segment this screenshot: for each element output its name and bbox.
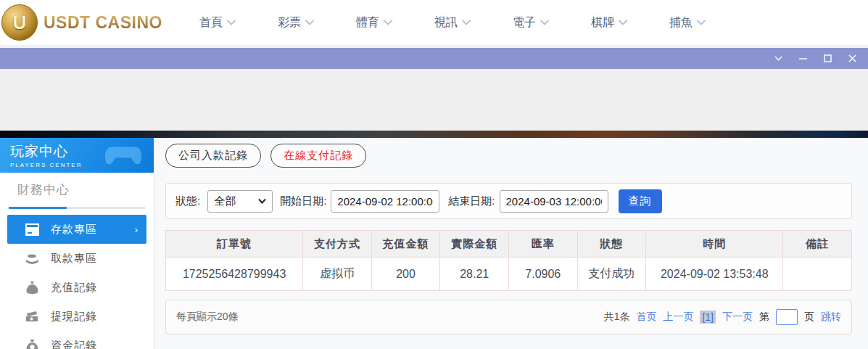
nav-item-label: 棋牌 <box>591 15 614 30</box>
filter-bar: 狀態: 全部 開始日期: 結束日期: 查詢 <box>165 183 852 219</box>
tab-online-payment-records[interactable]: 在線支付記錄 <box>270 144 366 168</box>
main-nav: 首頁 彩票 體育 視訊 電子 棋牌 捕魚 <box>199 15 706 30</box>
status-select[interactable]: 全部 <box>207 190 273 213</box>
nav-item-cards[interactable]: 棋牌 <box>591 15 627 30</box>
end-date-input[interactable] <box>500 190 608 213</box>
sidebar-item-withdraw-zone[interactable]: 取款專區 <box>0 244 154 273</box>
start-date-label: 開始日期: <box>280 194 326 208</box>
current-page-indicator: [1] <box>700 311 716 324</box>
end-date-label: 結束日期: <box>448 194 495 208</box>
banner-placeholder <box>0 69 868 131</box>
col-status: 狀態 <box>577 231 646 258</box>
nav-item-home[interactable]: 首頁 <box>199 15 236 30</box>
col-remark: 備註 <box>783 231 852 258</box>
search-button[interactable]: 查詢 <box>619 189 662 213</box>
sidebar-header: 玩家中心 PLAYERS CENTER <box>0 138 154 173</box>
sidebar-item-label: 存款專區 <box>51 223 97 237</box>
chevron-down-icon <box>227 20 236 25</box>
col-recharge-amount: 充值金額 <box>371 231 440 258</box>
cell-order-number: 1725256428799943 <box>166 258 303 291</box>
jump-button[interactable]: 跳转 <box>821 311 841 324</box>
cell-status: 支付成功 <box>577 258 646 291</box>
top-navigation-bar: U USDT CASINO 首頁 彩票 體育 視訊 電子 棋牌 捕魚 <box>0 0 868 45</box>
nav-item-label: 捕魚 <box>669 15 693 30</box>
jump-prefix-text: 第 <box>759 311 769 324</box>
cell-payment-method: 虚拟币 <box>303 258 372 291</box>
cell-time: 2024-09-02 13:53:48 <box>646 258 783 291</box>
nav-item-label: 電子 <box>513 15 536 30</box>
minimize-icon[interactable] <box>797 53 809 65</box>
cell-recharge-amount: 200 <box>371 258 440 291</box>
chevron-down-icon <box>697 20 706 25</box>
cell-actual-amount: 28.21 <box>440 258 509 291</box>
sidebar-item-label: 資金記錄 <box>51 339 97 349</box>
brand-logo[interactable]: U USDT CASINO <box>7 4 163 41</box>
page-size-text: 每頁顯示20條 <box>176 311 239 324</box>
nav-item-label: 彩票 <box>278 15 301 30</box>
chevron-down-icon <box>462 20 471 25</box>
nav-item-fishing[interactable]: 捕魚 <box>669 15 706 30</box>
brand-logo-icon: U <box>1 4 38 41</box>
status-label: 狀態: <box>175 194 200 208</box>
sidebar-item-label: 充值記錄 <box>51 281 97 295</box>
total-count-text: 共1条 <box>604 311 630 324</box>
col-order-number: 訂單號 <box>166 231 303 258</box>
svg-text:¥: ¥ <box>30 286 34 292</box>
chevron-down-icon <box>305 20 314 25</box>
nav-item-label: 視訊 <box>434 15 458 30</box>
sidebar: 玩家中心 PLAYERS CENTER 財務中心 存款專區 › <box>0 138 154 349</box>
sidebar-section-finance: 財務中心 <box>0 173 154 209</box>
col-exchange-rate: 匯率 <box>508 231 577 258</box>
page-number-input[interactable] <box>776 309 798 325</box>
chevron-down-icon <box>258 198 266 204</box>
nav-item-label: 首頁 <box>199 15 223 30</box>
status-select-value: 全部 <box>214 194 236 208</box>
maximize-icon[interactable] <box>822 53 833 65</box>
banner-strip <box>0 131 868 138</box>
chevron-down-icon <box>619 20 627 25</box>
cell-exchange-rate: 7.0906 <box>508 258 577 291</box>
next-page-link[interactable]: 下一页 <box>722 311 753 324</box>
gamepad-icon <box>103 141 144 168</box>
sidebar-item-funds-records[interactable]: 資金記錄 <box>0 331 154 349</box>
banknotes-icon <box>25 311 39 323</box>
window-title-bar <box>0 48 868 69</box>
close-icon[interactable] <box>846 53 858 65</box>
table-row: 1725256428799943 虚拟币 200 28.21 7.0906 支付… <box>166 258 852 291</box>
section-underline <box>9 207 145 209</box>
record-tabs: 公司入款記錄 在線支付記錄 <box>165 144 852 168</box>
logo-letter: U <box>13 12 27 34</box>
main-panel: 公司入款記錄 在線支付記錄 狀態: 全部 開始日期: 結束日期: 查詢 訂單號 … <box>154 138 868 349</box>
brand-name: USDT CASINO <box>44 13 162 33</box>
prev-page-link[interactable]: 上一页 <box>663 311 693 324</box>
sidebar-item-deposit-zone[interactable]: 存款專區 › <box>7 215 146 244</box>
cell-remark <box>783 258 852 291</box>
chevron-down-icon <box>540 20 549 25</box>
sidebar-item-label: 提現記錄 <box>51 310 97 324</box>
money-bag-icon: ¥ <box>25 282 39 294</box>
start-date-input[interactable] <box>331 190 439 213</box>
nav-item-lottery[interactable]: 彩票 <box>278 15 314 30</box>
table-header-row: 訂單號 支付方式 充值金額 實際金額 匯率 狀態 時間 備註 <box>166 231 852 258</box>
nav-item-live[interactable]: 視訊 <box>434 15 471 30</box>
hand-money-icon <box>25 252 39 265</box>
col-time: 時間 <box>646 231 783 258</box>
pager: 共1条 首页 上一页 [1] 下一页 第 页 跳转 <box>604 309 841 325</box>
chevron-down-icon <box>384 20 392 25</box>
chevron-down-icon[interactable] <box>772 53 784 65</box>
pagination-bar: 每頁顯示20條 共1条 首页 上一页 [1] 下一页 第 页 跳转 <box>165 300 852 334</box>
chevron-right-icon: › <box>135 224 138 235</box>
col-actual-amount: 實際金額 <box>440 231 509 258</box>
money-bag-icon <box>25 340 39 349</box>
section-title: 財務中心 <box>9 181 145 198</box>
sidebar-menu: 存款專區 › 取款專區 ¥ 充值記錄 <box>0 215 154 349</box>
first-page-link[interactable]: 首页 <box>636 311 656 324</box>
sidebar-item-withdraw-records[interactable]: 提現記錄 <box>0 302 154 331</box>
tab-company-deposit-records[interactable]: 公司入款記錄 <box>165 144 261 168</box>
sidebar-item-recharge-records[interactable]: ¥ 充值記錄 <box>0 273 154 302</box>
nav-item-sports[interactable]: 體育 <box>356 15 392 30</box>
nav-item-label: 體育 <box>356 15 379 30</box>
records-table: 訂單號 支付方式 充值金額 實際金額 匯率 狀態 時間 備註 172525642… <box>165 230 852 291</box>
sidebar-item-label: 取款專區 <box>51 252 97 266</box>
nav-item-slots[interactable]: 電子 <box>513 15 549 30</box>
